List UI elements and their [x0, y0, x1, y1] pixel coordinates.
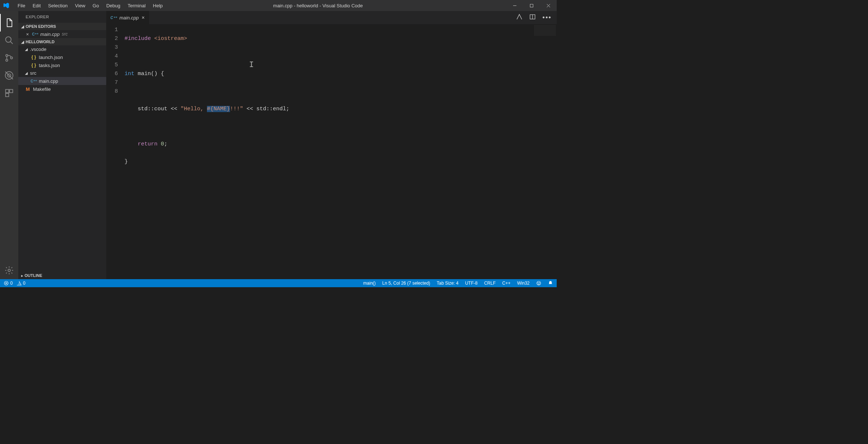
notifications-icon[interactable] — [548, 281, 553, 286]
line-number: 2 — [106, 34, 118, 43]
activity-bar — [0, 11, 18, 279]
cpp-file-icon: C⁺⁺ — [31, 78, 37, 84]
tab-label: main.cpp — [119, 15, 139, 21]
tree-label: tasks.json — [39, 63, 60, 68]
line-number: 8 — [106, 87, 118, 96]
open-editors-label: OPEN EDITORS — [26, 24, 56, 29]
open-editor-item[interactable]: × C⁺⁺ main.cpp src — [18, 30, 106, 38]
build-icon[interactable] — [516, 14, 523, 22]
line-number: 5 — [106, 61, 118, 70]
tree-label: main.cpp — [39, 78, 58, 84]
svg-rect-14 — [5, 93, 9, 97]
tree-folder-vscode[interactable]: ◢ .vscode — [18, 45, 106, 53]
menu-debug[interactable]: Debug — [103, 0, 124, 11]
minimap[interactable] — [534, 25, 556, 36]
tree-file-launch-json[interactable]: { } launch.json — [18, 53, 106, 61]
main-area: EXPLORER ◢ OPEN EDITORS × C⁺⁺ main.cpp s… — [0, 11, 557, 279]
split-editor-icon[interactable] — [529, 14, 536, 22]
section-outline[interactable]: ▸ OUTLINE — [18, 272, 106, 279]
tree-label: src — [30, 70, 36, 76]
code-content[interactable]: #include <iostream> int main() { std::co… — [125, 24, 289, 279]
status-cursor-position[interactable]: Ln 5, Col 26 (7 selected) — [382, 281, 430, 286]
line-number: 3 — [106, 43, 118, 52]
tree-file-makefile[interactable]: M Makefile — [18, 85, 106, 93]
cpp-file-icon: C⁺⁺ — [32, 31, 38, 37]
editor-tabs: C⁺⁺ main.cpp × ••• — [106, 11, 557, 24]
error-count: 0 — [10, 281, 13, 286]
editor-actions: ••• — [516, 11, 557, 24]
menu-selection[interactable]: Selection — [44, 0, 71, 11]
activity-search[interactable] — [0, 32, 18, 49]
svg-point-6 — [6, 55, 8, 56]
warning-count: 0 — [23, 281, 26, 286]
editor-body[interactable]: 1 2 3 4 5 6 7 8 #include <iostream> int … — [106, 24, 557, 279]
line-number: 7 — [106, 78, 118, 87]
makefile-icon: M — [25, 86, 31, 92]
workspace-label: HELLOWORLD — [26, 40, 55, 44]
json-file-icon: { } — [31, 54, 37, 60]
svg-rect-1 — [530, 4, 533, 7]
status-warnings[interactable]: 0 — [16, 281, 26, 286]
tree-file-tasks-json[interactable]: { } tasks.json — [18, 61, 106, 69]
line-number-gutter: 1 2 3 4 5 6 7 8 — [106, 24, 125, 279]
minimize-button[interactable] — [506, 0, 523, 11]
maximize-button[interactable] — [523, 0, 540, 11]
activity-settings[interactable] — [0, 262, 18, 279]
chevron-right-icon: ▸ — [21, 274, 23, 278]
chevron-down-icon: ◢ — [25, 47, 28, 51]
status-language[interactable]: C++ — [502, 281, 511, 286]
status-errors[interactable]: 0 — [4, 281, 13, 286]
tree-label: launch.json — [39, 55, 63, 60]
tree-file-main-cpp[interactable]: C⁺⁺ main.cpp — [18, 77, 106, 85]
chevron-down-icon: ◢ — [21, 25, 24, 29]
svg-rect-12 — [5, 89, 9, 93]
outline-label: OUTLINE — [25, 273, 42, 278]
svg-point-23 — [537, 281, 541, 285]
svg-rect-13 — [10, 89, 13, 93]
section-open-editors[interactable]: ◢ OPEN EDITORS — [18, 23, 106, 30]
open-editor-dir: src — [62, 32, 68, 37]
tree-label: Makefile — [33, 86, 51, 92]
menu-edit[interactable]: Edit — [29, 0, 44, 11]
more-actions-icon[interactable]: ••• — [542, 14, 552, 22]
close-icon[interactable]: × — [25, 32, 30, 37]
close-window-button[interactable] — [540, 0, 557, 11]
explorer-sidebar: EXPLORER ◢ OPEN EDITORS × C⁺⁺ main.cpp s… — [18, 11, 106, 279]
svg-line-5 — [10, 41, 13, 44]
section-workspace[interactable]: ◢ HELLOWORLD — [18, 38, 106, 45]
activity-extensions[interactable] — [0, 84, 18, 102]
selected-text: #{NAME} — [207, 106, 230, 112]
svg-point-15 — [8, 269, 11, 272]
svg-point-24 — [538, 282, 538, 283]
status-encoding[interactable]: UTF-8 — [465, 281, 478, 286]
chevron-down-icon: ◢ — [21, 40, 24, 44]
status-platform[interactable]: Win32 — [517, 281, 530, 286]
menu-go[interactable]: Go — [89, 0, 103, 11]
menu-file[interactable]: File — [14, 0, 29, 11]
editor-area: C⁺⁺ main.cpp × ••• 1 2 3 4 5 6 7 8 — [106, 11, 557, 279]
menu-view[interactable]: View — [71, 0, 89, 11]
feedback-icon[interactable] — [536, 281, 541, 286]
tree-label: .vscode — [30, 47, 47, 52]
chevron-down-icon: ◢ — [25, 71, 28, 75]
activity-explorer[interactable] — [0, 14, 18, 32]
line-number: 1 — [106, 26, 118, 34]
status-tab-size[interactable]: Tab Size: 4 — [437, 281, 459, 286]
status-eol[interactable]: CRLF — [484, 281, 496, 286]
activity-debug[interactable] — [0, 67, 18, 84]
close-tab-icon[interactable]: × — [142, 15, 145, 21]
titlebar: File Edit Selection View Go Debug Termin… — [0, 0, 557, 11]
svg-point-22 — [19, 284, 19, 285]
svg-point-7 — [6, 59, 8, 61]
svg-point-25 — [539, 282, 539, 283]
sidebar-title: EXPLORER — [18, 11, 106, 23]
tab-main-cpp[interactable]: C⁺⁺ main.cpp × — [106, 11, 149, 24]
status-context[interactable]: main() — [363, 281, 376, 286]
line-number: 6 — [106, 70, 118, 78]
activity-source-control[interactable] — [0, 49, 18, 67]
tree-folder-src[interactable]: ◢ src — [18, 69, 106, 77]
line-number: 4 — [106, 52, 118, 61]
vscode-logo-icon — [3, 2, 10, 9]
window-title: main.cpp - helloworld - Visual Studio Co… — [130, 3, 506, 8]
svg-point-8 — [11, 57, 12, 59]
